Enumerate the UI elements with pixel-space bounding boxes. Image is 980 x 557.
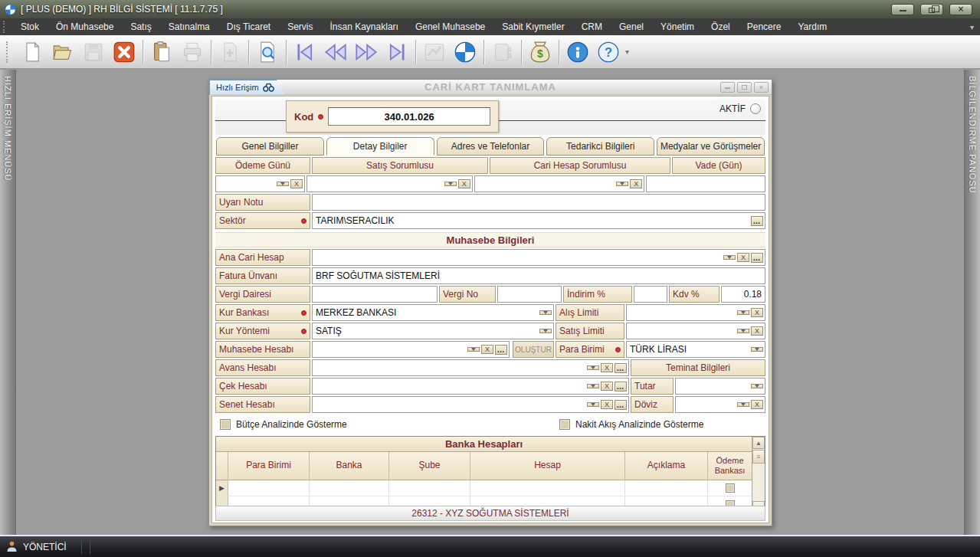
para-birimi-field[interactable] [628,342,750,357]
dropdown-button[interactable] [751,347,763,352]
grid-cell[interactable] [625,480,708,497]
dropdown-button[interactable] [539,329,552,333]
menu-yardim[interactable]: Yardım [789,19,835,34]
money-bag-button[interactable]: $ [525,38,556,67]
dropdown-button[interactable] [737,310,749,315]
grid-cell[interactable] [228,480,310,497]
browse-button[interactable]: … [615,363,627,373]
grid-cell[interactable] [310,480,389,497]
close-button[interactable]: × [949,4,972,15]
grid-col-odeme-bankasi[interactable]: Ödeme Bankası [708,452,752,480]
clear-button[interactable]: X [601,400,613,409]
odeme-bankasi-checkbox[interactable] [726,483,735,493]
alis-limiti-combo[interactable]: X [626,304,765,321]
tab-genel-bilgiler[interactable]: Genel Bilgiller [216,137,324,156]
dropdown-button[interactable] [587,365,599,370]
menu-genel-muhasebe[interactable]: Genel Muhasebe [407,19,493,34]
vade-gun-field[interactable] [647,176,764,192]
new-document-button[interactable] [17,38,48,67]
previous-record-button[interactable] [320,38,351,67]
dropdown-button[interactable] [277,182,289,186]
vergi-dairesi-field[interactable] [313,287,436,302]
dropdown-button[interactable] [587,402,599,407]
tab-medyalar-ve-gorusmeler[interactable]: Medyalar ve Görüşmeler [657,137,765,156]
doviz-combo[interactable]: X [675,396,765,413]
kur-yontemi-combo[interactable] [312,323,554,339]
scroll-thumb[interactable]: ≡ [752,450,765,464]
grid-col-banka[interactable]: Banka [310,452,389,480]
aktif-radio[interactable] [750,103,761,114]
menu-overflow-icon[interactable]: ▾ [970,23,974,31]
info-button[interactable] [562,38,593,67]
menu-sabit-kiymetler[interactable]: Sabit Kıymetler [493,19,572,34]
indirim-input[interactable] [634,286,667,303]
clear-button[interactable]: X [290,179,303,188]
grid-col-aciklama[interactable]: Açıklama [625,452,708,480]
preview-search-button[interactable] [252,38,283,67]
menu-ozel[interactable]: Özel [703,19,739,34]
para-birimi-combo[interactable] [626,341,765,358]
menu-yonetim[interactable]: Yönetim [652,19,703,34]
grid-col-hesap[interactable]: Hesap [470,452,625,480]
menu-stok[interactable]: Stok [12,19,48,34]
satis-sorumlusu-combo[interactable]: X [306,175,473,192]
web-globe-button[interactable] [450,38,480,67]
menu-servis[interactable]: Servis [279,19,321,34]
open-folder-button[interactable] [48,38,78,67]
dropdown-button[interactable] [737,329,749,333]
close-record-button[interactable] [109,38,139,67]
fatura-unvani-input[interactable] [312,267,765,284]
clear-button[interactable]: X [751,308,763,317]
print-button[interactable] [177,38,208,67]
browse-button[interactable]: … [615,400,627,410]
clear-button[interactable]: X [630,179,642,188]
info-panel-rail[interactable]: BİLGİLENDİRME PANOSU [964,70,980,535]
kdv-input[interactable] [721,286,765,303]
menu-crm[interactable]: CRM [573,19,611,34]
clear-button[interactable]: X [751,400,763,409]
form-close-button[interactable]: × [754,82,769,93]
avans-hesabi-combo[interactable]: X … [312,359,629,376]
quick-access-tab[interactable]: Hızlı Erişim [209,80,286,95]
clear-button[interactable]: X [737,253,749,262]
kur-yontemi-field[interactable] [313,323,539,339]
minimize-button[interactable] [891,4,914,15]
attach-document-button[interactable] [215,38,245,67]
ana-cari-hesap-combo[interactable]: X … [312,249,765,266]
chart-button[interactable] [419,38,450,67]
paste-button[interactable] [146,38,177,67]
clear-button[interactable]: X [458,179,470,188]
grid-col-sube[interactable]: Şube [389,452,470,480]
menu-genel[interactable]: Genel [611,19,652,34]
muhasebe-hesabi-combo[interactable]: X … [312,341,510,358]
card-button[interactable] [487,38,518,67]
tab-adres-ve-telefonlar[interactable]: Adres ve Telefonlar [437,137,545,156]
grid-cell[interactable] [708,480,752,497]
grid-row[interactable]: ▶ [216,480,752,497]
nakit-akis-checkbox[interactable] [559,419,570,430]
sektor-input[interactable]: … [312,212,765,229]
dropdown-button[interactable] [723,255,736,260]
browse-button[interactable]: … [751,216,763,226]
vade-gun-input[interactable] [646,175,765,192]
browse-button[interactable]: … [615,382,627,392]
first-record-button[interactable] [290,38,320,67]
tab-detay-bilgiler[interactable]: Detay Bilgiler [326,137,434,156]
dropdown-button[interactable] [737,402,749,407]
indirim-field[interactable] [635,287,666,302]
olustur-button[interactable]: OLUŞTUR [513,341,554,358]
dropdown-button[interactable] [467,347,480,352]
kur-bankasi-combo[interactable] [312,304,554,321]
senet-hesabi-combo[interactable]: X … [312,396,629,413]
menubar-grip[interactable] [3,21,8,33]
dropdown-button[interactable] [587,384,599,388]
browse-button[interactable]: … [751,253,763,263]
menu-satinalma[interactable]: Satınalma [160,19,218,34]
menu-on-muhasebe[interactable]: Ön Muhasebe [48,19,122,34]
tutar-combo[interactable] [675,378,765,395]
clear-button[interactable]: X [601,382,613,391]
clear-button[interactable]: X [601,363,613,372]
form-minimize-button[interactable] [720,82,735,93]
uyari-notu-input[interactable] [312,194,765,211]
kur-bankasi-field[interactable] [313,305,539,320]
